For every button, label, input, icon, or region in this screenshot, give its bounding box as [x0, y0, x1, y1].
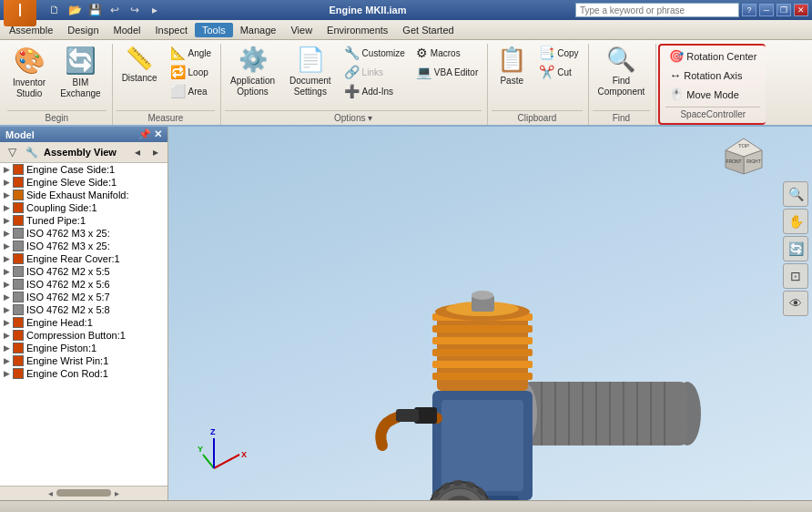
help-button[interactable]: ? — [742, 4, 756, 16]
svg-text:FRONT: FRONT — [726, 159, 741, 164]
tree-item[interactable]: ▶Engine Piston:1 — [0, 342, 167, 354]
menu-design[interactable]: Design — [60, 23, 106, 37]
menu-tools[interactable]: Tools — [195, 23, 233, 37]
angle-label: Angle — [188, 48, 212, 58]
navcube[interactable]: TOP RIGHT FRONT — [721, 134, 766, 179]
menu-get-started[interactable]: Get Started — [395, 23, 461, 37]
svg-text:RIGHT: RIGHT — [746, 159, 761, 164]
tree-item[interactable]: ▶Compression Button:1 — [0, 329, 167, 342]
application-options-button[interactable]: ⚙️ ApplicationOptions — [225, 44, 280, 99]
rotation-center-button[interactable]: 🎯 Rotation Center — [665, 47, 760, 65]
menu-manage[interactable]: Manage — [233, 23, 284, 37]
minimize-button[interactable]: ─ — [759, 4, 774, 16]
sidebar-close-icon[interactable]: ✕ — [154, 128, 162, 140]
tree-item[interactable]: ▶Engine Wrist Pin:1 — [0, 354, 167, 367]
document-settings-button[interactable]: 📄 DocumentSettings — [284, 44, 337, 99]
paste-button[interactable]: 📋 Paste — [492, 44, 532, 88]
ribbon-group-measure: 📏 Distance 📐 Angle 🔁 Loop ⬜ Area — [113, 44, 221, 125]
macros-button[interactable]: ⚙ Macros — [412, 44, 482, 62]
area-label: Area — [188, 87, 208, 97]
tree-item[interactable]: ▶ISO 4762 M2 x 5:7 — [0, 291, 167, 303]
add-ins-button[interactable]: ➕ Add-Ins — [340, 82, 409, 100]
loop-button[interactable]: 🔁 Loop — [167, 63, 216, 81]
pan-button[interactable]: ✋ — [783, 209, 808, 234]
tree-color-indicator — [13, 253, 24, 264]
copy-label: Copy — [557, 48, 578, 58]
menu-assemble[interactable]: Assemble — [2, 23, 60, 37]
tree-color-indicator — [13, 215, 24, 226]
menu-model[interactable]: Model — [107, 23, 148, 37]
tree-item[interactable]: ▶Coupling Side:1 — [0, 201, 167, 214]
redo-button[interactable]: ↪ — [126, 1, 144, 19]
tree-item[interactable]: ▶ISO 4762 M2 x 5:6 — [0, 278, 167, 291]
clipboard-group-label: Clipboard — [492, 110, 582, 125]
tree-item[interactable]: ▶Engine Head:1 — [0, 316, 167, 329]
tree-item[interactable]: ▶ISO 4762 M3 x 25: — [0, 240, 167, 252]
inventor-studio-icon: 🎨 — [14, 46, 46, 76]
tree-item[interactable]: ▶Tuned Pipe:1 — [0, 214, 167, 227]
search-input[interactable] — [575, 3, 739, 17]
menu-view[interactable]: View — [283, 23, 320, 37]
distance-button[interactable]: 📏 Distance — [117, 44, 163, 86]
viewport[interactable]: TOP RIGHT FRONT — [168, 127, 812, 500]
more-button[interactable]: ▸ — [146, 1, 164, 19]
open-button[interactable]: 📂 — [66, 1, 84, 19]
find-group-label: Find — [593, 110, 651, 125]
rotation-axis-button[interactable]: ↔️ Rotation Axis — [665, 67, 760, 84]
scroll-right-icon[interactable]: ▸ — [115, 488, 119, 498]
tree-expand-icon: ▶ — [4, 292, 10, 302]
fit-button[interactable]: ⊡ — [783, 263, 808, 289]
sidebar-pin-icon[interactable]: 📌 — [138, 128, 151, 140]
scroll-bar[interactable] — [56, 489, 111, 497]
new-button[interactable]: 🗋 — [46, 1, 64, 19]
sidebar-scrollbar[interactable]: ◂ ▸ — [0, 486, 167, 500]
spacecontroller-group-content: 🎯 Rotation Center ↔️ Rotation Axis 🖱️ Mo… — [665, 47, 760, 105]
zoom-button[interactable]: 🔍 — [783, 181, 808, 207]
tree-item[interactable]: ▶ISO 4762 M2 x 5:5 — [0, 265, 167, 278]
filter-button[interactable]: ▽ — [4, 144, 20, 160]
tree-item[interactable]: ▶ISO 4762 M3 x 25: — [0, 227, 167, 240]
copy-button[interactable]: 📑 Copy — [535, 44, 582, 62]
tree-expand-icon: ▶ — [4, 331, 10, 340]
tree-color-indicator — [13, 228, 24, 239]
angle-button[interactable]: 📐 Angle — [167, 44, 216, 62]
menu-environments[interactable]: Environments — [320, 23, 395, 37]
restore-button[interactable]: ❐ — [776, 4, 791, 16]
tree-item[interactable]: ▶Engine Sleve Side:1 — [0, 176, 167, 189]
bim-exchange-button[interactable]: 🔄 BIMExchange — [55, 44, 106, 101]
tree-item[interactable]: ▶Engine Case Side:1 — [0, 163, 167, 176]
ribbon-group-options: ⚙️ ApplicationOptions 📄 DocumentSettings… — [221, 44, 488, 125]
sidebar-title: Model 📌 ✕ — [0, 127, 167, 142]
collapse-all-button[interactable]: ◂ — [129, 144, 146, 160]
save-button[interactable]: 💾 — [86, 1, 104, 19]
tree-item[interactable]: ▶Engine Rear Cover:1 — [0, 252, 167, 265]
customize-button[interactable]: 🔧 Customize — [340, 44, 409, 62]
options-group-content: ⚙️ ApplicationOptions 📄 DocumentSettings… — [225, 44, 482, 108]
svg-rect-39 — [396, 409, 419, 422]
ribbon-group-clipboard: 📋 Paste 📑 Copy ✂️ Cut Clipboard — [488, 44, 588, 125]
navcube-svg: TOP RIGHT FRONT — [721, 134, 766, 179]
svg-text:Y: Y — [198, 445, 203, 454]
close-button[interactable]: ✕ — [794, 4, 808, 16]
menu-inspect[interactable]: Inspect — [148, 23, 195, 37]
svg-line-42 — [203, 455, 214, 468]
area-button[interactable]: ⬜ Area — [167, 82, 216, 100]
tree-expand-icon: ▶ — [4, 241, 10, 251]
scroll-left-icon[interactable]: ◂ — [48, 488, 53, 498]
svg-rect-26 — [432, 361, 533, 368]
vba-editor-button[interactable]: 💻 VBA Editor — [412, 63, 482, 81]
cut-button[interactable]: ✂️ Cut — [535, 63, 582, 81]
inventor-studio-button[interactable]: 🎨 InventorStudio — [7, 44, 51, 101]
tree-item[interactable]: ▶Side Exhaust Manifold: — [0, 189, 167, 201]
expand-all-button[interactable]: ▸ — [147, 144, 164, 160]
find-component-button[interactable]: 🔍 FindComponent — [593, 44, 651, 99]
tree-item[interactable]: ▶Engine Con Rod:1 — [0, 367, 167, 380]
move-mode-button[interactable]: 🖱️ Move Mode — [665, 86, 760, 103]
links-button[interactable]: 🔗 Links — [340, 63, 409, 81]
orbit-button[interactable]: 🔄 — [783, 236, 808, 261]
look-at-button[interactable]: 👁 — [783, 291, 808, 316]
tree-item[interactable]: ▶ISO 4762 M2 x 5:8 — [0, 303, 167, 316]
links-label: Links — [362, 67, 383, 77]
tree-expand-icon: ▶ — [4, 305, 10, 314]
undo-button[interactable]: ↩ — [106, 1, 124, 19]
